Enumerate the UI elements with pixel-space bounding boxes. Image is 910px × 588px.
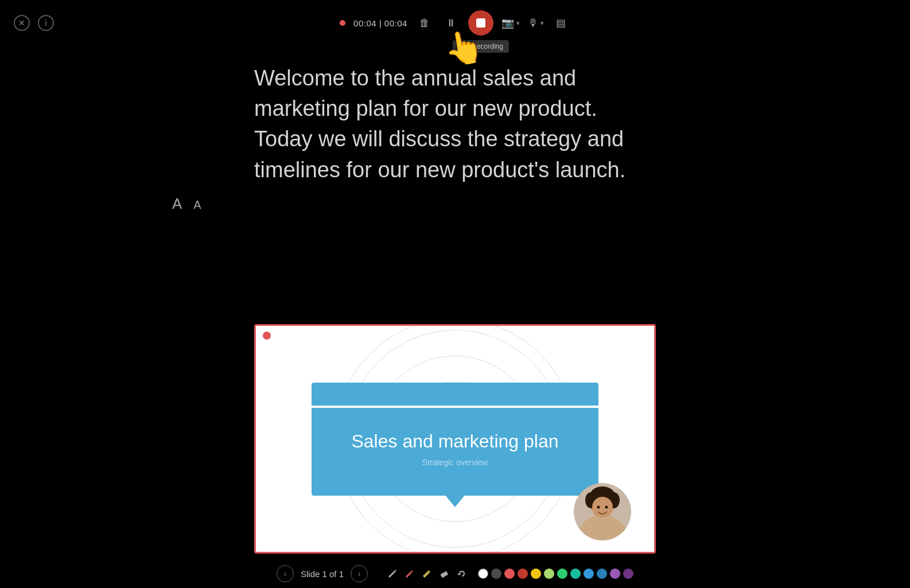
prev-arrow-icon: ‹ bbox=[284, 569, 287, 578]
toolbar-center: 00:04 | 00:04 🗑 ⏸ Stop recording 📷 ▾ 🎙 ▾… bbox=[340, 10, 570, 36]
color-red[interactable] bbox=[504, 568, 515, 579]
color-dark-purple[interactable] bbox=[623, 568, 633, 579]
slide-top-bar bbox=[312, 383, 598, 406]
color-teal[interactable] bbox=[570, 568, 581, 579]
avatar-image bbox=[574, 483, 631, 540]
next-arrow-icon: › bbox=[358, 569, 361, 578]
svg-point-7 bbox=[597, 506, 600, 509]
text-increase-button[interactable]: A bbox=[172, 195, 182, 213]
slide-title: Sales and marketing plan bbox=[323, 431, 587, 452]
marker-tool[interactable] bbox=[403, 567, 416, 580]
color-purple[interactable] bbox=[610, 568, 620, 579]
eraser-tool[interactable] bbox=[438, 567, 450, 580]
slide-counter: Slide 1 of 1 bbox=[301, 569, 344, 579]
color-dark-blue[interactable] bbox=[597, 568, 607, 579]
pause-icon: ⏸ bbox=[446, 17, 456, 29]
camera-chevron-icon: ▾ bbox=[516, 20, 520, 27]
color-white[interactable] bbox=[478, 568, 488, 579]
color-dark-red[interactable] bbox=[518, 568, 528, 579]
pause-button[interactable]: ⏸ bbox=[442, 14, 460, 32]
mic-button[interactable]: 🎙 ▾ bbox=[528, 17, 544, 29]
record-indicator bbox=[340, 20, 345, 26]
color-green[interactable] bbox=[557, 568, 567, 579]
color-light-green[interactable] bbox=[544, 568, 554, 579]
color-yellow[interactable] bbox=[531, 568, 541, 579]
slide-callout-triangle bbox=[445, 494, 465, 507]
teleprompter-text: Welcome to the annual sales and marketin… bbox=[254, 63, 656, 185]
presenter-avatar bbox=[574, 483, 631, 540]
slide-record-indicator bbox=[263, 332, 271, 340]
mic-icon: 🎙 bbox=[528, 17, 538, 29]
teleprompter-area: Welcome to the annual sales and marketin… bbox=[0, 52, 910, 197]
prev-slide-button[interactable]: ‹ bbox=[277, 565, 294, 582]
color-blue[interactable] bbox=[584, 568, 594, 579]
delete-button[interactable]: 🗑 bbox=[415, 14, 434, 32]
mic-chevron-icon: ▾ bbox=[540, 20, 544, 27]
record-tooltip: Stop recording bbox=[453, 40, 509, 53]
slide-navigation: ‹ Slide 1 of 1 › bbox=[254, 565, 656, 582]
slide-subtitle: Strategic overview bbox=[323, 458, 587, 467]
info-button[interactable]: i bbox=[38, 15, 54, 31]
slide-title-block: Sales and marketing plan Strategic overv… bbox=[312, 383, 598, 496]
color-palette bbox=[478, 568, 633, 579]
stop-record-button[interactable]: Stop recording bbox=[468, 10, 493, 36]
drawing-tools bbox=[386, 567, 468, 580]
pencil-icon bbox=[387, 568, 398, 579]
svg-point-8 bbox=[605, 506, 608, 509]
slide-content: Sales and marketing plan Strategic overv… bbox=[256, 326, 654, 552]
text-size-controls: A A bbox=[172, 195, 201, 213]
pencil-tool[interactable] bbox=[386, 567, 399, 580]
close-icon: ✕ bbox=[18, 18, 25, 28]
close-button[interactable]: ✕ bbox=[14, 15, 30, 31]
camera-icon: 📷 bbox=[501, 17, 514, 29]
slide-white-divider bbox=[312, 406, 598, 408]
eraser-icon bbox=[439, 568, 449, 579]
stop-icon bbox=[476, 18, 485, 28]
notes-button[interactable]: ▤ bbox=[552, 14, 570, 32]
camera-button[interactable]: 📷 ▾ bbox=[501, 17, 520, 29]
trash-icon: 🗑 bbox=[419, 17, 430, 29]
undo-icon bbox=[456, 568, 466, 579]
undo-tool[interactable] bbox=[455, 567, 468, 580]
next-slide-button[interactable]: › bbox=[351, 565, 368, 582]
highlighter-icon bbox=[422, 568, 432, 579]
svg-rect-9 bbox=[440, 571, 448, 578]
notes-icon: ▤ bbox=[556, 17, 566, 29]
svg-point-0 bbox=[577, 515, 628, 540]
toolbar: ✕ i 00:04 | 00:04 🗑 ⏸ Stop recording 📷 ▾… bbox=[0, 0, 910, 46]
marker-icon bbox=[405, 568, 415, 579]
timer-display: 00:04 | 00:04 bbox=[353, 18, 407, 28]
slide-main-box: Sales and marketing plan Strategic overv… bbox=[312, 408, 598, 496]
text-decrease-button[interactable]: A bbox=[193, 198, 201, 212]
info-icon: i bbox=[45, 18, 46, 28]
slide-preview: Sales and marketing plan Strategic overv… bbox=[254, 324, 656, 554]
highlighter-tool[interactable] bbox=[421, 567, 433, 580]
color-dark-gray[interactable] bbox=[491, 568, 501, 579]
